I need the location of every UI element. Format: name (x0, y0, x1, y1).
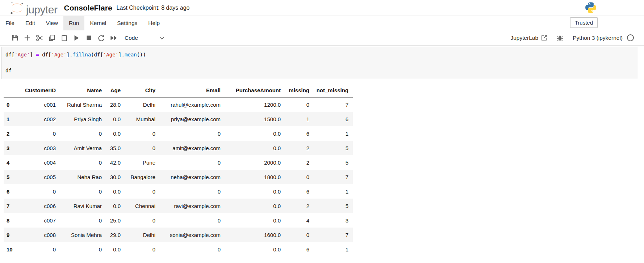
dataframe-header: CustomerIDNameAgeCityEmailPurchaseAmount… (4, 84, 353, 97)
column-header-Email: Email (160, 84, 225, 97)
menu-view-label: View (46, 20, 58, 26)
code-token-punct: . (121, 52, 124, 58)
save-icon (12, 34, 18, 41)
table-cell: 0 (60, 242, 106, 256)
table-cell: 0.0 (225, 141, 285, 155)
table-cell: Chennai (125, 199, 160, 213)
table-cell: 0.0 (106, 199, 125, 213)
open-in-jupyterlab-link[interactable]: JupyterLab (510, 35, 547, 41)
row-index: 1 (4, 112, 17, 126)
code-token-func: fillna (73, 52, 91, 58)
stop-icon (86, 35, 92, 41)
code-token-op: = (36, 52, 39, 58)
debugger-button[interactable] (557, 35, 563, 41)
table-cell: Neha Rao (60, 170, 106, 184)
table-cell: Delhi (125, 228, 160, 242)
table-cell: 6 (314, 112, 353, 126)
plus-icon (24, 34, 31, 41)
table-cell: 0.0 (106, 242, 125, 256)
row-index: 10 (4, 242, 17, 256)
menu-help-label: Help (148, 20, 160, 26)
menu-run[interactable]: Run (63, 16, 84, 30)
table-cell: 1 (314, 126, 353, 141)
notebook-toolbar: Code JupyterLab Python 3 (ipykernel) (0, 30, 644, 46)
table-cell: 0 (160, 184, 225, 199)
column-header-index (4, 84, 17, 97)
run-cell-button[interactable] (70, 33, 83, 43)
menu-kernel[interactable]: Kernel (84, 16, 112, 30)
copy-cell-button[interactable] (46, 33, 58, 43)
table-cell: 0 (125, 141, 160, 155)
table-cell: 1 (314, 184, 353, 199)
restart-kernel-button[interactable] (95, 33, 107, 43)
restart-run-all-button[interactable] (107, 33, 120, 43)
table-cell: 1800.0 (225, 170, 285, 184)
table-row: 10000.0000.061 (4, 242, 353, 256)
code-token-string: 'Age' (103, 52, 118, 58)
menu-kernel-label: Kernel (90, 20, 106, 26)
jupyter-logo[interactable]: jupyter (9, 1, 58, 15)
table-cell: 5 (314, 155, 353, 170)
add-cell-button[interactable] (21, 33, 33, 43)
table-cell: 5 (314, 199, 353, 213)
table-cell: 0 (160, 155, 225, 170)
table-cell: c003 (17, 141, 60, 155)
cut-cell-button[interactable] (33, 33, 46, 43)
table-cell: 0 (17, 126, 60, 141)
column-header-Age: Age (106, 84, 125, 97)
table-row: 9c008Sonia Mehra29.0Delhisonia@example.c… (4, 228, 353, 242)
table-cell: rahul@example.com (160, 97, 225, 112)
code-token-name: df (5, 52, 12, 58)
table-cell: Bangalore (125, 170, 160, 184)
code-token-punct: ( (137, 52, 140, 58)
table-cell: 0.0 (225, 184, 285, 199)
table-row: 0c001Rahul Sharma28.0Delhirahul@example.… (4, 97, 353, 112)
cell-type-dropdown[interactable]: Code (125, 35, 165, 41)
column-header-CustomerID: CustomerID (17, 84, 60, 97)
table-cell: c002 (17, 112, 60, 126)
kernel-name[interactable]: Python 3 (ipykernel) (573, 35, 623, 41)
menu-run-label: Run (69, 20, 79, 26)
table-cell: Sonia Mehra (60, 228, 106, 242)
table-cell: 6 (285, 184, 314, 199)
paste-cell-button[interactable] (58, 33, 70, 43)
bug-icon (557, 35, 563, 41)
interrupt-kernel-button[interactable] (83, 33, 95, 43)
row-index: 6 (4, 184, 17, 199)
menu-file-label: File (5, 20, 14, 26)
table-cell: 0.0 (106, 126, 125, 141)
table-cell: 7 (314, 228, 353, 242)
table-cell: 0 (285, 97, 314, 112)
notebook-title[interactable]: ConsoleFlare (64, 4, 112, 12)
menu-help[interactable]: Help (143, 16, 165, 30)
kernel-status-indicator[interactable] (627, 34, 634, 41)
table-cell: neha@example.com (160, 170, 225, 184)
table-cell: 2 (285, 199, 314, 213)
table-row: 3c003Amit Verma35.00amit@example.com0.02… (4, 141, 353, 155)
save-button[interactable] (9, 33, 21, 43)
menu-bar: File Edit View Run Kernel Settings Help … (0, 16, 644, 30)
table-cell: 1 (314, 242, 353, 256)
copy-icon (49, 34, 55, 41)
menu-edit[interactable]: Edit (20, 16, 41, 30)
cell-output-area: CustomerIDNameAgeCityEmailPurchaseAmount… (0, 79, 644, 256)
menu-file[interactable]: File (0, 16, 20, 30)
table-cell: Delhi (125, 97, 160, 112)
row-index: 7 (4, 199, 17, 213)
menu-view[interactable]: View (41, 16, 63, 30)
table-cell: 0 (125, 184, 160, 199)
code-cell-input[interactable]: df['Age'] = df['Age'].fillna(df['Age'].m… (1, 47, 638, 79)
table-row: 5c005Neha Rao30.0Bangaloreneha@example.c… (4, 170, 353, 184)
table-cell: 4 (285, 213, 314, 228)
menu-settings[interactable]: Settings (112, 16, 143, 30)
table-cell: 0 (60, 184, 106, 199)
code-token-punct: ( (91, 52, 94, 58)
table-cell: 35.0 (106, 141, 125, 155)
trusted-button[interactable]: Trusted (570, 17, 598, 28)
table-cell: 0 (17, 184, 60, 199)
table-cell: 0 (125, 242, 160, 256)
top-bar: jupyter ConsoleFlare Last Checkpoint: 8 … (0, 0, 644, 16)
code-token-name: df (94, 52, 100, 58)
chevron-down-icon (159, 35, 165, 41)
python-logo-icon (585, 1, 597, 15)
